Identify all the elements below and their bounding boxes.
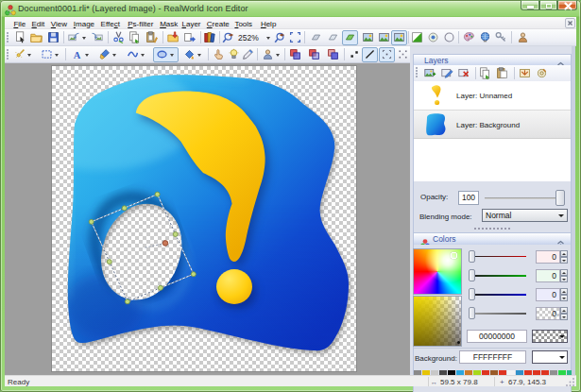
svg-text:A: A	[74, 50, 81, 60]
